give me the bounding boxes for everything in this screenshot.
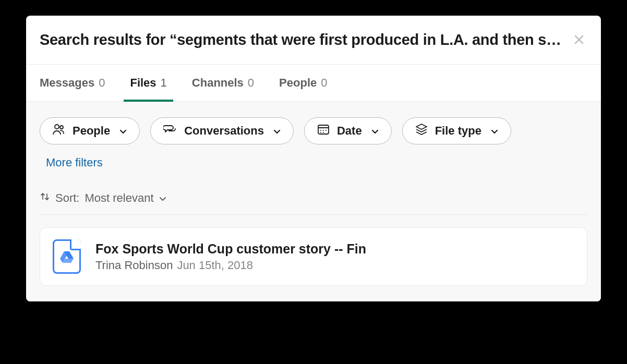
filter-filetype[interactable]: File type <box>402 117 511 144</box>
filter-label: Date <box>337 124 362 138</box>
svg-point-7 <box>323 130 324 131</box>
tabs-bar: Messages 0 Files 1 Channels 0 People 0 <box>26 64 601 102</box>
tab-label: Channels <box>192 76 244 90</box>
filter-date[interactable]: Date <box>304 117 392 144</box>
result-author: Trina Robinson <box>95 259 173 272</box>
tab-count: 0 <box>248 76 254 90</box>
tab-count: 1 <box>161 76 167 90</box>
tab-messages[interactable]: Messages 0 <box>40 65 105 101</box>
chevron-down-icon <box>273 124 281 138</box>
tab-label: People <box>279 76 317 90</box>
filter-label: People <box>73 124 110 138</box>
chevron-down-icon <box>159 191 166 205</box>
svg-point-9 <box>320 132 321 133</box>
result-title: Fox Sports World Cup customer story -- F… <box>95 241 366 257</box>
svg-point-10 <box>323 132 324 133</box>
google-drive-file-icon <box>53 239 81 274</box>
more-filters-link[interactable]: More filters <box>46 156 103 169</box>
tab-label: Messages <box>40 76 94 90</box>
tab-label: Files <box>130 76 156 90</box>
filter-conversations[interactable]: Conversations <box>150 117 294 144</box>
filter-row: People Conversations Date <box>40 117 587 144</box>
sort-arrows-icon <box>40 191 50 205</box>
chevron-down-icon <box>491 124 498 138</box>
svg-point-2 <box>55 125 59 129</box>
filter-people[interactable]: People <box>40 117 140 144</box>
modal-header: Search results for “segments that were f… <box>26 16 601 64</box>
result-item[interactable]: Fox Sports World Cup customer story -- F… <box>40 227 587 286</box>
tab-count: 0 <box>99 76 105 90</box>
stack-icon <box>415 124 428 138</box>
close-icon[interactable] <box>573 33 585 48</box>
search-results-modal: Search results for “segments that were f… <box>26 16 601 301</box>
sort-dropdown[interactable]: Sort: Most relevant <box>40 191 587 215</box>
chevron-down-icon <box>371 124 379 138</box>
svg-point-6 <box>320 130 321 131</box>
svg-point-3 <box>60 126 63 129</box>
filter-label: Conversations <box>184 124 264 138</box>
results-body: People Conversations Date <box>26 102 601 301</box>
people-icon <box>53 124 65 138</box>
tab-files[interactable]: Files 1 <box>130 65 166 101</box>
page-title: Search results for “segments that were f… <box>40 31 566 48</box>
result-meta: Trina Robinson Jun 15th, 2018 <box>95 259 366 272</box>
sort-prefix: Sort: <box>55 191 79 205</box>
tab-people[interactable]: People 0 <box>279 65 327 101</box>
svg-point-8 <box>325 130 327 131</box>
conversations-icon <box>163 124 177 138</box>
chevron-down-icon <box>119 124 127 138</box>
tab-channels[interactable]: Channels 0 <box>192 65 254 101</box>
calendar-icon <box>317 124 330 138</box>
sort-value: Most relevant <box>85 191 153 205</box>
result-date: Jun 15th, 2018 <box>177 259 253 272</box>
result-text: Fox Sports World Cup customer story -- F… <box>95 241 366 272</box>
tab-count: 0 <box>321 76 327 90</box>
filter-label: File type <box>435 124 481 138</box>
